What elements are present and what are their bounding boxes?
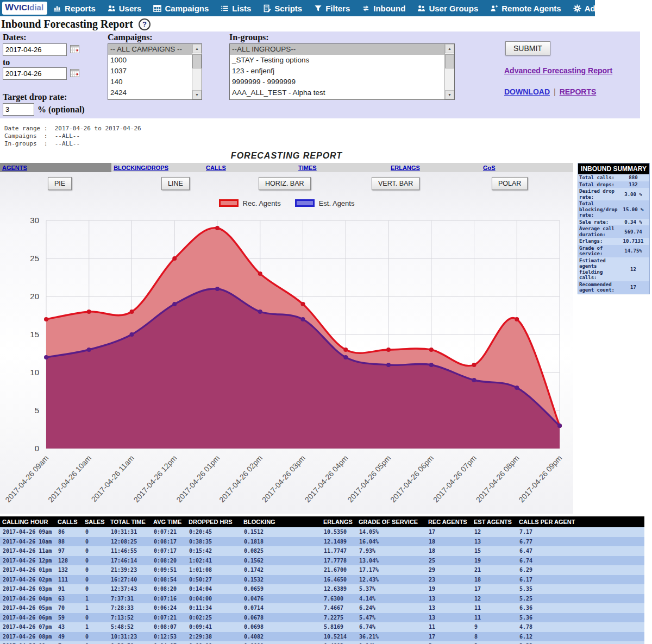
nav-item-inbound[interactable]: Inbound: [356, 0, 411, 16]
svg-text:2017-04-26 09am: 2017-04-26 09am: [3, 453, 50, 504]
svg-text:2017-04-26 08pm: 2017-04-26 08pm: [474, 453, 521, 504]
target-drop-rate-input[interactable]: [3, 103, 34, 116]
nav-item-users[interactable]: Users: [102, 0, 148, 16]
summary-row: Total blocking/drop rate:15.00 %: [578, 200, 649, 219]
criteria-summary-text: Date range : 2017-04-26 to 2017-04-26 Ca…: [4, 125, 652, 148]
forecasting-report-title: FORECASTING REPORT: [0, 151, 573, 161]
nav-items: ReportsUsersCampaignsListsScriptsFilters…: [47, 0, 616, 16]
table-row: 2017-04-26 07pm4315:48:520:08:070:09:410…: [0, 622, 644, 632]
ingroup-option[interactable]: 123 - enfjenfj: [230, 66, 444, 77]
campaign-option[interactable]: 140: [108, 77, 192, 87]
svg-text:10: 10: [30, 368, 39, 377]
ingroup-option[interactable]: 9999999 - 9999999: [230, 77, 444, 87]
ingroup-option[interactable]: --ALL INGROUPS--: [230, 44, 444, 55]
summary-row: Sale rate:0.34 %: [578, 219, 649, 226]
chart-type-buttons: PIELINEHORIZ. BARVERT. BARPOLAR: [0, 177, 573, 194]
table-header-cell: REC AGENTS: [426, 516, 472, 527]
calendar-icon[interactable]: [70, 68, 79, 79]
svg-text:2017-04-26 01pm: 2017-04-26 01pm: [174, 453, 221, 504]
download-link[interactable]: DOWNLOAD: [504, 87, 550, 96]
report-tab-gos[interactable]: GoS: [481, 163, 573, 172]
report-tab-erlangs[interactable]: ERLANGS: [388, 163, 481, 172]
campaigns-scrollbar[interactable]: ▲ ▼: [192, 44, 202, 99]
campaign-option[interactable]: 1000: [108, 55, 192, 66]
campaign-option[interactable]: 1037: [108, 66, 192, 77]
nav-item-scripts[interactable]: Scripts: [257, 0, 308, 16]
summary-row: Total drops:132: [578, 181, 649, 188]
help-icon[interactable]: ?: [139, 18, 151, 30]
reports-link[interactable]: REPORTS: [560, 87, 597, 96]
ingroups-listbox[interactable]: --ALL INGROUPS--_STAY - Testing options1…: [229, 43, 455, 100]
report-area: AGENTSBLOCKING/DROPSCALLSTIMESERLANGSGoS…: [0, 163, 652, 514]
table-row: 2017-04-26 05pm7017:28:330:06:240:11:340…: [0, 603, 644, 613]
svg-text:15: 15: [30, 330, 39, 339]
chart-button-vert-bar[interactable]: VERT. BAR: [372, 177, 419, 190]
campaigns-listbox[interactable]: -- ALL CAMPAIGNS --100010371402424 ▲ ▼: [108, 43, 202, 100]
script-icon: [263, 4, 271, 12]
table-header-cell: BLOCKING: [241, 516, 321, 527]
gear-icon: [573, 4, 581, 12]
table-row: 2017-04-26 06pm5907:13:520:07:210:02:250…: [0, 613, 644, 623]
svg-text:2017-04-26 12pm: 2017-04-26 12pm: [132, 453, 179, 504]
date-from-input[interactable]: [3, 43, 67, 56]
forecast-area-chart[interactable]: 0510152025302017-04-26 09am2017-04-26 10…: [0, 210, 573, 512]
campaign-option[interactable]: 2424: [108, 87, 192, 98]
date-to-input[interactable]: [3, 67, 67, 80]
ingroup-option[interactable]: _STAY - Testing options: [230, 55, 444, 66]
report-tab-times[interactable]: TIMES: [296, 163, 388, 172]
chart-block: AGENTSBLOCKING/DROPSCALLSTIMESERLANGSGoS…: [0, 163, 573, 514]
svg-text:25: 25: [30, 254, 39, 263]
nav-item-lists[interactable]: Lists: [215, 0, 257, 16]
page-title: Inbound Forecasting Report: [1, 18, 133, 30]
nav-item-campaigns[interactable]: Campaigns: [147, 0, 215, 16]
report-tab-calls[interactable]: CALLS: [204, 163, 296, 172]
table-row: 2017-04-26 02pm111016:27:400:08:540:50:2…: [0, 575, 644, 585]
chart-button-horiz-bar[interactable]: HORIZ. BAR: [259, 177, 311, 190]
calendar-icon[interactable]: [70, 45, 79, 55]
report-tab-agents[interactable]: AGENTS: [0, 163, 111, 172]
inbound-summary-panel: INBOUND SUMMARY Total calls:880Total dro…: [578, 163, 650, 294]
table-header-cell: TOTAL TIME: [108, 516, 151, 527]
bar-chart-icon: [53, 4, 61, 12]
scroll-up-icon[interactable]: ▲: [445, 44, 454, 53]
scroll-up-icon[interactable]: ▲: [192, 44, 202, 53]
svg-text:5: 5: [35, 406, 39, 415]
table-row: 2017-04-26 03pm91012:37:430:08:200:14:04…: [0, 584, 644, 594]
scroll-down-icon[interactable]: ▼: [192, 90, 202, 99]
summary-row: Desired drop rate:3.00 %: [578, 188, 649, 200]
chart-button-line[interactable]: LINE: [161, 177, 190, 190]
svg-text:2017-04-26 07pm: 2017-04-26 07pm: [431, 453, 478, 504]
nav-item-reports[interactable]: Reports: [47, 0, 102, 16]
inbound-summary-header: INBOUND SUMMARY: [578, 163, 649, 174]
scroll-thumb[interactable]: [192, 54, 202, 68]
scroll-thumb[interactable]: [445, 54, 454, 68]
table-row: 2017-04-26 09pm700:28:500:04:070:00:000.…: [0, 641, 644, 644]
report-tabbar: AGENTSBLOCKING/DROPSCALLSTIMESERLANGSGoS: [0, 163, 573, 172]
legend-item: Rec. Agents: [219, 199, 281, 207]
scroll-down-icon[interactable]: ▼: [445, 90, 454, 99]
advanced-forecasting-report-link[interactable]: Advanced Forecasting Report: [504, 66, 612, 75]
user-groups-icon: [417, 4, 425, 12]
table-header-cell: ERLANGS: [321, 516, 356, 527]
table-row: 2017-04-26 08pm49010:31:230:12:532:29:38…: [0, 632, 644, 642]
svg-text:2017-04-26 11am: 2017-04-26 11am: [90, 453, 136, 503]
nav-item-admin[interactable]: Admin: [567, 0, 616, 16]
nav-item-filters[interactable]: Filters: [308, 0, 356, 16]
nav-item-remote-agents[interactable]: Remote Agents: [484, 0, 567, 16]
table-header-cell: CALLS: [55, 516, 83, 527]
chart-legend: Rec. AgentsEst. Agents: [0, 197, 573, 210]
chart-button-polar[interactable]: POLAR: [492, 177, 528, 190]
ingroup-option[interactable]: AAA_ALL_TEST - Alpha test: [230, 87, 444, 98]
vicidial-logo[interactable]: WVICIdial: [2, 2, 47, 14]
table-row: 2017-04-26 09am86010:31:310:07:210:20:45…: [0, 527, 644, 537]
campaign-option[interactable]: -- ALL CAMPAIGNS --: [108, 44, 192, 55]
report-tab-blocking-drops[interactable]: BLOCKING/DROPS: [111, 163, 204, 172]
table-row: 2017-04-26 01pm132021:39:230:09:511:01:0…: [0, 565, 644, 575]
link-separator: |: [554, 87, 556, 96]
summary-row: Total calls:880: [578, 174, 649, 181]
submit-button[interactable]: SUBMIT: [505, 41, 550, 55]
summary-row: Recommended agent count:17: [578, 281, 649, 294]
nav-item-user-groups[interactable]: User Groups: [411, 0, 484, 16]
chart-button-pie[interactable]: PIE: [48, 177, 72, 190]
ingroups-scrollbar[interactable]: ▲ ▼: [444, 44, 454, 99]
